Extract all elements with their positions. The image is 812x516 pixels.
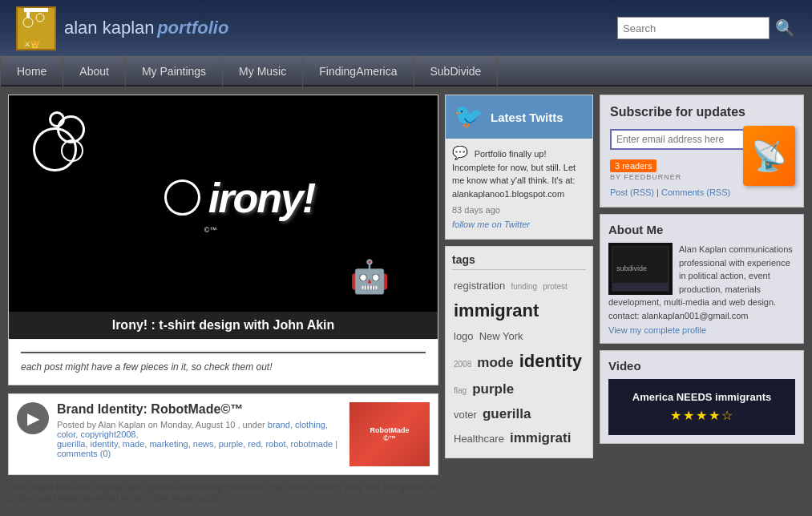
follow-twitter-link[interactable]: follow me on Twitter <box>452 220 586 229</box>
post-meta-text: Posted by Alan Kaplan on Monday, August … <box>57 420 265 429</box>
search-input[interactable] <box>617 17 770 39</box>
search-area: 🔍 <box>617 17 796 39</box>
logo-portfolio: portfolio <box>157 18 228 38</box>
nav-home[interactable]: Home <box>0 56 63 87</box>
twitter-title: Latest Twitts <box>491 111 564 124</box>
subscribe-box: Subscribe for updates 3 readers by feedb… <box>600 95 804 208</box>
post-body-text: This brand idea has regular and guerilla… <box>8 475 438 504</box>
post-tag-marketing[interactable]: marketing <box>149 439 188 449</box>
featured-caption: Irony! : t-shirt design with John Akin <box>9 312 438 339</box>
twitter-box: 🐦 Latest Twitts 💬 Portfolio finally up! … <box>445 95 593 240</box>
twitter-bird-icon: 🐦 <box>454 102 484 132</box>
tag-identity[interactable]: identity <box>519 351 582 371</box>
post-comments-link[interactable]: comments (0) <box>57 449 111 458</box>
search-icon[interactable]: 🔍 <box>774 17 796 39</box>
post-tag-clothing[interactable]: clothing <box>295 420 325 429</box>
post-content: Brand Identity: RobotMade©™ Posted by Al… <box>57 402 341 463</box>
tag-immigrant[interactable]: immigrant <box>454 300 539 320</box>
tweet-days: 83 days ago <box>452 205 586 215</box>
main-content: irony! ©™ 🤖 Irony! : t-shirt design with… <box>0 87 812 512</box>
nav-my-music[interactable]: My Music <box>223 56 303 87</box>
tag-funding[interactable]: funding <box>511 282 537 291</box>
right-column: Subscribe for updates 3 readers by feedb… <box>600 95 804 504</box>
feedburner-badge: 3 readers <box>610 159 656 172</box>
tags-cloud: registration funding protest immigrant l… <box>452 276 586 451</box>
svg-text:⚔👑: ⚔👑 <box>24 39 40 48</box>
tag-voter[interactable]: voter <box>454 409 477 421</box>
comments-rss-link[interactable]: Comments (RSS) <box>661 187 730 197</box>
main-nav: Home About My Paintings My Music Finding… <box>0 56 812 87</box>
nav-subdivide[interactable]: SubDivide <box>414 56 499 87</box>
post-tag-robot[interactable]: robot <box>265 439 285 449</box>
logo-area: ⚔👑 alan kaplan portfolio <box>16 6 228 50</box>
tweet-icon: 💬 <box>452 146 468 159</box>
post-title[interactable]: Brand Identity: RobotMade©™ <box>57 402 341 417</box>
featured-image[interactable]: irony! ©™ 🤖 <box>9 95 438 312</box>
logo-icon: ⚔👑 <box>16 6 56 50</box>
video-label: America NEEDS immigrants <box>632 391 771 403</box>
about-me-title: About Me <box>608 223 795 236</box>
nav-finding-america[interactable]: FindingAmerica <box>303 56 414 87</box>
post-tag-made[interactable]: made <box>123 439 145 449</box>
video-box: Video America NEEDS immigrants ★★★★☆ <box>600 350 804 444</box>
subscribe-inner: 3 readers by feedburner Post (RSS) | Com… <box>610 129 794 197</box>
tag-healthcare[interactable]: Healthcare <box>454 433 504 445</box>
post-tag-news[interactable]: news <box>193 439 214 449</box>
tag-logo[interactable]: logo <box>454 330 474 342</box>
post-tag-guerilla[interactable]: guerilla <box>57 439 85 449</box>
tag-purple[interactable]: purple <box>472 381 514 397</box>
tag-guerilla[interactable]: guerilla <box>483 406 531 421</box>
post-thumbnail: RobotMade©™ <box>349 402 430 466</box>
tag-flag[interactable]: flag <box>454 386 467 395</box>
tags-title: tags <box>452 253 586 270</box>
twitter-content: 💬 Portfolio finally up! Incomplete for n… <box>446 139 592 239</box>
post-rss-link[interactable]: Post (RSS) <box>610 187 654 197</box>
second-post: ▶ Brand Identity: RobotMade©™ Posted by … <box>8 393 438 475</box>
post-tag-red[interactable]: red <box>248 439 261 449</box>
rss-links: Post (RSS) | Comments (RSS) <box>610 187 794 197</box>
tag-mode[interactable]: mode <box>477 355 513 370</box>
post-divider <box>21 352 426 353</box>
post-meta: Posted by Alan Kaplan on Monday, August … <box>57 420 341 458</box>
post-tag-purple[interactable]: purple <box>219 439 244 449</box>
about-me-box: About Me subdivide Alan Kaplan communica… <box>600 214 804 344</box>
nav-about[interactable]: About <box>63 56 126 87</box>
video-title: Video <box>608 359 795 373</box>
video-thumbnail[interactable]: America NEEDS immigrants ★★★★☆ <box>608 379 795 435</box>
tag-registration[interactable]: registration <box>454 280 505 292</box>
post-tag-identity[interactable]: identity <box>91 439 118 449</box>
about-me-image: subdivide <box>608 243 673 295</box>
rss-icon: 📡 <box>743 126 795 186</box>
middle-column: 🐦 Latest Twitts 💬 Portfolio finally up! … <box>445 95 593 504</box>
tag-new-york[interactable]: New York <box>479 330 523 342</box>
post-tag-robotmade[interactable]: robotmade <box>291 439 333 449</box>
logo-name: alan kaplan <box>64 18 155 38</box>
post-tag-brand[interactable]: brand <box>268 420 290 429</box>
post-tag-color[interactable]: color <box>57 429 75 439</box>
post-tag-copyright[interactable]: copyright2008 <box>80 429 135 439</box>
post-note: each post might have a few pieces in it,… <box>21 357 426 377</box>
tag-immigrati[interactable]: immigrati <box>510 430 572 445</box>
tweet-text: Portfolio finally up! Incomplete for now… <box>452 149 576 199</box>
featured-post: irony! ©™ 🤖 Irony! : t-shirt design with… <box>8 95 438 385</box>
svg-rect-9 <box>612 283 669 291</box>
svg-point-3 <box>36 14 44 22</box>
tags-box: tags registration funding protest immigr… <box>445 246 593 458</box>
post-arrow-icon[interactable]: ▶ <box>17 402 49 434</box>
view-profile-link[interactable]: View my complete profile <box>608 325 795 335</box>
rss-symbol: 📡 <box>751 139 787 173</box>
logo-text: alan kaplan portfolio <box>64 18 228 38</box>
subscribe-title: Subscribe for updates <box>610 105 794 119</box>
video-stars: ★★★★☆ <box>670 408 734 423</box>
about-me-inner: subdivide Alan Kaplan communications pro… <box>608 243 795 335</box>
featured-excerpt: each post might have a few pieces in it,… <box>9 339 438 385</box>
twitter-header: 🐦 Latest Twitts <box>446 95 592 139</box>
left-column: irony! ©™ 🤖 Irony! : t-shirt design with… <box>8 95 438 504</box>
tag-2008[interactable]: 2008 <box>454 360 471 369</box>
svg-text:subdivide: subdivide <box>616 264 647 272</box>
irony-text: irony! <box>208 174 314 222</box>
nav-my-paintings[interactable]: My Paintings <box>126 56 223 87</box>
site-header: ⚔👑 alan kaplan portfolio 🔍 <box>0 0 812 56</box>
tag-protest[interactable]: protest <box>543 282 568 291</box>
